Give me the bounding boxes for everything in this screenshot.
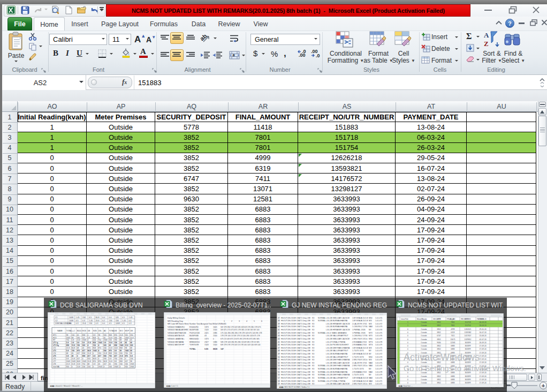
svg-text:M//: M// xyxy=(369,374,371,376)
svg-text:NORMAL: NORMAL xyxy=(318,380,326,382)
svg-text:55: 55 xyxy=(278,371,280,373)
svg-text:K3: K3 xyxy=(312,374,314,376)
svg-text:156: 156 xyxy=(72,350,75,352)
svg-text:49: 49 xyxy=(278,352,280,355)
svg-text:37: 37 xyxy=(278,316,280,319)
svg-text:AD: AD xyxy=(104,330,107,332)
svg-text:MR Code MR Name Meter Number: MR Code MR Name Meter Number Total Assig… xyxy=(168,323,226,325)
svg-text:HhOUTCELODDE CB4: HhOUTCELODDE CB4 xyxy=(281,380,300,382)
svg-text:1.01.075: 1.01.075 xyxy=(375,331,382,334)
svg-text:858: 858 xyxy=(93,342,96,344)
svg-text:02-07-24: 02-07-24 xyxy=(479,338,486,340)
svg-text:1.71073 13/74: 1.71073 13/74 xyxy=(352,356,364,358)
svg-text:Outside: Outside xyxy=(421,331,427,333)
svg-text:4: 4 xyxy=(246,320,247,322)
svg-text:P00914/15B: P00914/15B xyxy=(189,332,200,334)
svg-text:0: 0 xyxy=(407,328,408,330)
svg-text:1.BYGRAJA 15/1.B: 1.BYGRAJA 15/1.B xyxy=(352,346,368,349)
svg-text:HhOUTCELODDE CB4: HhOUTCELODDE CB4 xyxy=(281,329,300,331)
svg-text:K3: K3 xyxy=(312,383,314,385)
svg-text:2.RGMABA 17/03: 2.RGMABA 17/03 xyxy=(352,344,367,346)
svg-text:1943: 1943 xyxy=(93,350,97,352)
svg-text:1943: 1943 xyxy=(66,337,70,339)
svg-text:54: 54 xyxy=(278,368,280,370)
svg-text:15.8: 15.8 xyxy=(88,360,91,363)
svg-text:2.LALJKIYE 17/01: 2.LALJKIYE 17/01 xyxy=(352,322,367,325)
svg-text:LT1 Dmg LSE: LT1 Dmg LSE xyxy=(299,344,311,346)
svg-text:2.RGMABA 17/03: 2.RGMABA 17/03 xyxy=(352,341,367,343)
svg-text:21.8: 21.8 xyxy=(77,339,80,341)
svg-text:363399: 363399 xyxy=(465,375,470,377)
svg-text:0: 0 xyxy=(407,378,408,380)
svg-text:1943: 1943 xyxy=(72,360,75,363)
svg-text:68: 68 xyxy=(88,363,90,365)
svg-text:NORMAL: NORMAL xyxy=(318,316,326,319)
svg-text:1.01.076: 1.01.076 xyxy=(375,365,382,367)
svg-text:15.8: 15.8 xyxy=(88,352,91,355)
svg-text:0: 0 xyxy=(407,348,408,350)
svg-text:1.PMIRAL 2/326: 1.PMIRAL 2/326 xyxy=(352,331,366,334)
svg-text:MTS: MTS xyxy=(369,344,373,346)
svg-text:858: 858 xyxy=(125,339,128,341)
svg-text:9490605 LAVANYA L: 9490605 LAVANYA L xyxy=(168,338,185,340)
svg-text:1943: 1943 xyxy=(82,360,86,363)
svg-text:590: 590 xyxy=(104,350,107,352)
svg-text:134: 134 xyxy=(89,322,92,325)
svg-text:920: 920 xyxy=(66,366,70,368)
svg-text:K3: K3 xyxy=(312,376,314,379)
svg-text:0: 0 xyxy=(407,382,408,384)
svg-text:43: 43 xyxy=(278,335,280,337)
svg-text:1943: 1943 xyxy=(119,344,123,346)
svg-text:9490606 MB NAWA: 9490606 MB NAWA xyxy=(168,341,184,343)
svg-text:5.8: 5.8 xyxy=(93,363,96,365)
svg-text:L.B.JJB HRRAKBR CALNCM: L.B.JJB HRRAKBR CALNCM xyxy=(326,322,350,325)
svg-text:M/3: M/3 xyxy=(369,359,372,361)
svg-text:363399: 363399 xyxy=(465,348,470,350)
svg-text:DB: DB xyxy=(88,330,90,332)
svg-text:4: 4 xyxy=(98,350,100,352)
svg-text:0.0: 0.0 xyxy=(129,320,132,322)
svg-text:363399: 363399 xyxy=(465,382,470,384)
svg-text:151718: 151718 xyxy=(465,321,470,323)
svg-text:5778: 5778 xyxy=(437,318,441,320)
svg-text:750: 750 xyxy=(66,339,70,341)
svg-text:Grd WA: Grd WA xyxy=(53,366,59,368)
svg-text:98: 98 xyxy=(130,360,132,363)
svg-text:58/ 178 280 178 143 585 6/8 6/: 58/ 178 280 178 143 585 6/8 6/8 178 280 … xyxy=(221,326,261,328)
svg-text:LT2: LT2 xyxy=(53,347,56,349)
svg-text:17-09-24: 17-09-24 xyxy=(479,348,486,350)
svg-text:1943: 1943 xyxy=(82,339,86,341)
svg-text:3.8: 3.8 xyxy=(66,355,69,357)
svg-text:NORMAL: NORMAL xyxy=(318,320,326,322)
svg-text:1.71073 13/74: 1.71073 13/74 xyxy=(352,368,364,370)
svg-text:5: 5 xyxy=(254,320,255,322)
svg-text:590: 590 xyxy=(119,352,123,355)
svg-text:2.RGMABA 17/03: 2.RGMABA 17/03 xyxy=(352,371,367,373)
svg-text:8828: 8828 xyxy=(213,348,217,350)
svg-text:K3: K3 xyxy=(312,322,314,325)
svg-text:1943: 1943 xyxy=(98,342,102,344)
svg-text:68: 68 xyxy=(119,337,121,339)
svg-text:920: 920 xyxy=(125,366,128,368)
svg-text:7801: 7801 xyxy=(451,321,455,323)
svg-text:178 178 140 13 58/ 178 13 140: 178 178 140 13 58/ 178 13 140 280 143 67… xyxy=(221,335,260,337)
svg-text:858: 858 xyxy=(119,347,123,349)
svg-text:K3: K3 xyxy=(312,316,314,319)
svg-text:4: 4 xyxy=(88,339,89,341)
svg-text:3852: 3852 xyxy=(437,331,441,333)
svg-text:84.8: 84.8 xyxy=(104,360,107,363)
svg-text:46: 46 xyxy=(278,344,280,346)
svg-text:6883: 6883 xyxy=(451,382,455,384)
svg-text:HhOUTCELODDE CB4: HhOUTCELODDE CB4 xyxy=(281,371,300,373)
svg-text:L.B.JJB SIBDJJAR CALNCM: L.B.JJB SIBDJJAR CALNCM xyxy=(326,383,350,385)
svg-text:21.8: 21.8 xyxy=(77,363,80,365)
svg-text:L.B.JJB BURMAGHAKIRA: L.B.JJB BURMAGHAKIRA xyxy=(326,352,348,355)
svg-text:1.01.077: 1.01.077 xyxy=(375,337,382,340)
svg-text:4.5: 4.5 xyxy=(109,322,111,325)
svg-text:750: 750 xyxy=(109,355,112,357)
svg-text:9490603 NAGALAKSHMI: 9490603 NAGALAKSHMI xyxy=(168,329,188,331)
svg-text:0: 0 xyxy=(77,355,78,357)
svg-text:06-03-24: 06-03-24 xyxy=(479,321,486,323)
svg-text:5.8: 5.8 xyxy=(88,337,90,339)
svg-text:45: 45 xyxy=(104,337,106,339)
